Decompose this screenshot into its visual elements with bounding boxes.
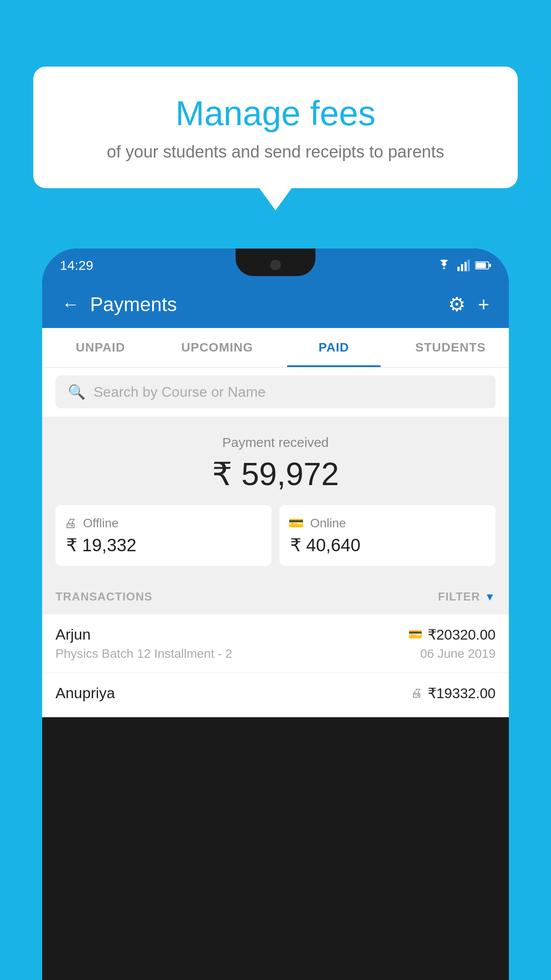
payment-total-amount: ₹ 59,972	[55, 455, 496, 493]
search-container: 🔍 Search by Course or Name	[42, 368, 509, 416]
transaction-amount-2: ₹19332.00	[428, 685, 496, 702]
bubble-subtitle: of your students and send receipts to pa…	[55, 142, 496, 162]
svg-rect-6	[476, 263, 486, 269]
transaction-name-2: Anupriya	[55, 684, 115, 702]
transaction-top-2: Anupriya 🖨 ₹19332.00	[55, 684, 496, 702]
online-amount: ₹ 40,640	[288, 535, 487, 555]
transactions-label: TRANSACTIONS	[55, 590, 153, 604]
svg-rect-5	[489, 264, 492, 267]
online-card: 💳 Online ₹ 40,640	[279, 505, 496, 566]
card-payment-icon-1: 💳	[408, 628, 422, 641]
online-icon: 💳	[288, 516, 304, 530]
status-icons	[436, 260, 491, 271]
transaction-course-1: Physics Batch 12 Installment - 2	[55, 647, 232, 661]
app-title: Payments	[90, 293, 177, 316]
filter-button[interactable]: FILTER ▼	[438, 590, 496, 604]
tab-unpaid[interactable]: UNPAID	[42, 328, 159, 367]
online-label: Online	[310, 516, 346, 530]
header-left: ← Payments	[62, 293, 177, 316]
transaction-amount-1: ₹20320.00	[428, 626, 496, 643]
payment-cards: 🖨 Offline ₹ 19,332 💳 Online ₹ 40,640	[55, 505, 496, 566]
transaction-top-1: Arjun 💳 ₹20320.00	[55, 626, 496, 643]
transaction-amount-wrap-2: 🖨 ₹19332.00	[411, 685, 496, 702]
tab-students[interactable]: STUDENTS	[392, 328, 509, 367]
svg-rect-2	[464, 262, 467, 271]
payment-summary: Payment received ₹ 59,972 🖨 Offline ₹ 19…	[42, 417, 509, 579]
online-card-header: 💳 Online	[288, 516, 487, 530]
phone-screen: UNPAID UPCOMING PAID STUDENTS 🔍 Search b…	[42, 328, 509, 717]
phone-device: 14:29	[42, 249, 509, 980]
phone-notch	[236, 249, 315, 276]
back-button[interactable]: ←	[62, 294, 79, 314]
offline-amount: ₹ 19,332	[64, 535, 263, 555]
add-button[interactable]: +	[478, 293, 489, 316]
camera-dot	[270, 260, 281, 270]
status-time: 14:29	[60, 258, 93, 273]
settings-icon[interactable]: ⚙	[448, 293, 465, 316]
table-row: Anupriya 🖨 ₹19332.00	[42, 673, 509, 717]
header-right: ⚙ +	[448, 293, 489, 316]
status-bar: 14:29	[42, 249, 509, 281]
speech-bubble: Manage fees of your students and send re…	[33, 67, 518, 188]
tab-upcoming[interactable]: UPCOMING	[159, 328, 276, 367]
svg-rect-0	[457, 267, 460, 271]
filter-label: FILTER	[438, 590, 480, 604]
transaction-amount-wrap-1: 💳 ₹20320.00	[408, 626, 496, 643]
payment-label: Payment received	[55, 435, 496, 450]
transaction-bottom-1: Physics Batch 12 Installment - 2 06 June…	[55, 647, 496, 661]
svg-rect-1	[461, 264, 463, 271]
search-placeholder: Search by Course or Name	[94, 384, 266, 400]
transactions-header: TRANSACTIONS FILTER ▼	[42, 579, 509, 614]
table-row: Arjun 💳 ₹20320.00 Physics Batch 12 Insta…	[42, 614, 509, 673]
transaction-name-1: Arjun	[55, 626, 91, 643]
signal-icon	[457, 260, 470, 271]
offline-card-header: 🖨 Offline	[64, 516, 263, 530]
svg-rect-3	[468, 260, 470, 271]
tab-paid[interactable]: PAID	[276, 328, 392, 367]
filter-icon: ▼	[484, 591, 496, 603]
app-header: ← Payments ⚙ +	[42, 281, 509, 328]
search-icon: 🔍	[68, 383, 86, 400]
bubble-title: Manage fees	[55, 93, 496, 134]
search-bar[interactable]: 🔍 Search by Course or Name	[55, 375, 496, 408]
tabs-bar: UNPAID UPCOMING PAID STUDENTS	[42, 328, 509, 368]
offline-payment-icon-2: 🖨	[411, 686, 422, 700]
offline-icon: 🖨	[64, 516, 77, 530]
offline-card: 🖨 Offline ₹ 19,332	[55, 505, 272, 566]
battery-icon	[475, 260, 491, 271]
transaction-date-1: 06 June 2019	[420, 647, 496, 661]
offline-label: Offline	[83, 516, 118, 530]
wifi-icon	[436, 260, 452, 271]
